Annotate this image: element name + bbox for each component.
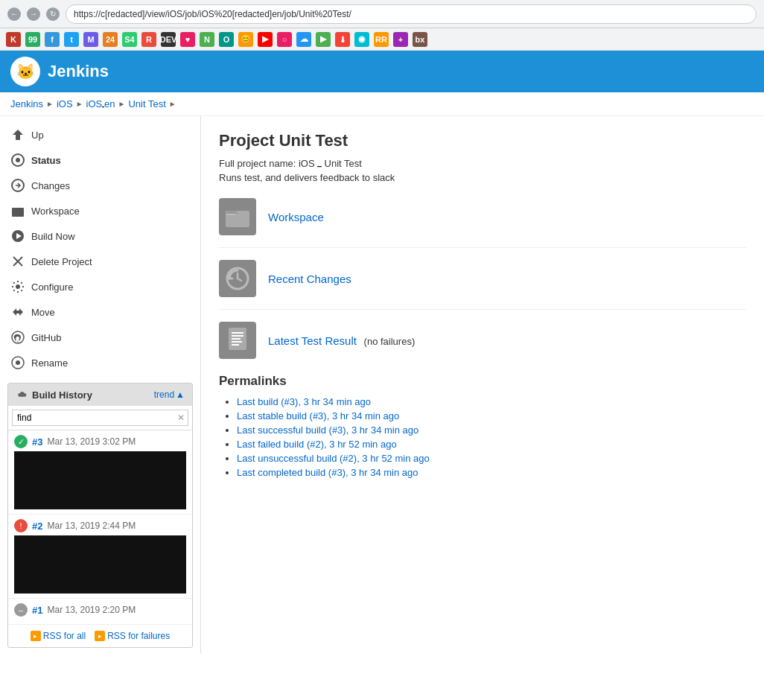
build-date-3: Mar 13, 2019 3:02 PM [47, 436, 136, 447]
full-project-name: Full project name: iOS ████████ Unit Tes… [219, 158, 746, 169]
build-item-2: ! #2 Mar 13, 2019 2:44 PM [8, 515, 192, 599]
back-button[interactable]: ← [7, 7, 21, 21]
permalink-last-stable-build[interactable]: Last stable build (#3), 3 hr 34 min ago [237, 410, 399, 421]
bookmark-bx[interactable]: bx [413, 32, 427, 47]
sidebar-label-workspace: Workspace [31, 206, 80, 217]
build-date-2: Mar 13, 2019 2:44 PM [47, 521, 136, 531]
build-item-1: – #1 Mar 13, 2019 2:20 PM [8, 599, 192, 625]
action-workspace: Workspace [219, 198, 746, 235]
move-icon [10, 305, 25, 319]
sidebar-item-up[interactable]: Up [0, 122, 200, 147]
permalink-last-unsuccessful-build[interactable]: Last unsuccessful build (#2), 3 hr 52 mi… [237, 453, 430, 464]
recent-changes-link[interactable]: Recent Changes [268, 273, 351, 285]
svg-marker-9 [13, 308, 23, 316]
bookmark-ph[interactable]: ♥ [180, 32, 195, 47]
status-icon [10, 153, 25, 168]
breadcrumb-sep-1: ► [46, 100, 54, 108]
build-link-1[interactable]: #1 [32, 605, 42, 616]
build-status-success: ✓ [14, 435, 28, 448]
trend-button[interactable]: trend ▲ [154, 389, 185, 400]
bookmark-pi[interactable]: ○ [277, 32, 292, 47]
sidebar-item-status[interactable]: Status [0, 147, 200, 173]
bookmark-cb[interactable]: ◉ [354, 32, 369, 47]
bookmark-r[interactable]: R [141, 32, 156, 47]
svg-rect-22 [232, 338, 241, 340]
address-bar[interactable] [66, 4, 757, 24]
sidebar-item-github[interactable]: GitHub [0, 325, 200, 350]
build-history-title: Build History [32, 389, 92, 401]
permalink-last-failed-build[interactable]: Last failed build (#2), 3 hr 52 min ago [237, 439, 397, 450]
forward-button[interactable]: → [27, 7, 40, 21]
clear-search-button[interactable]: ✕ [177, 413, 185, 423]
list-item: Last unsuccessful build (#2), 3 hr 52 mi… [237, 453, 746, 464]
bookmark-tw[interactable]: t [64, 32, 79, 47]
build-link-3[interactable]: #3 [32, 436, 42, 448]
bookmark-99[interactable]: 99 [25, 32, 40, 47]
list-item: Last stable build (#3), 3 hr 34 min ago [237, 410, 746, 421]
permalink-last-completed-build[interactable]: Last completed build (#3), 3 hr 34 min a… [237, 467, 418, 478]
permalink-last-build[interactable]: Last build (#3), 3 hr 34 min ago [237, 396, 371, 407]
jenkins-logo: 🐱 [10, 57, 40, 86]
breadcrumb-sep-3: ► [118, 100, 126, 108]
build-search-input[interactable] [12, 410, 188, 426]
bookmark-cl[interactable]: ☁ [296, 32, 311, 47]
workspace-link[interactable]: Workspace [268, 211, 324, 223]
bookmark-sm[interactable]: 😊 [238, 32, 253, 47]
full-project-name-suffix: Unit Test [325, 158, 362, 169]
sidebar-item-build-now[interactable]: Build Now [0, 223, 200, 249]
bookmark-o[interactable]: O [219, 32, 234, 47]
rss-failures-icon: ▸ [95, 631, 105, 641]
build-thumb-3 [14, 451, 186, 509]
permalink-last-successful-build[interactable]: Last successful build (#3), 3 hr 34 min … [237, 424, 418, 436]
permalinks-title: Permalinks [219, 374, 746, 389]
bookmark-k[interactable]: K [6, 32, 21, 47]
bookmark-s4[interactable]: S4 [122, 32, 137, 47]
project-info: Full project name: iOS ████████ Unit Tes… [219, 158, 746, 183]
refresh-button[interactable]: ↻ [46, 7, 60, 21]
sidebar-item-configure[interactable]: Configure [0, 274, 200, 299]
rss-failures-link[interactable]: ▸ RSS for failures [95, 631, 170, 641]
bookmark-24[interactable]: 24 [103, 32, 118, 47]
bookmark-dev[interactable]: DEV [161, 32, 176, 47]
breadcrumb-unit-test[interactable]: Unit Test [128, 98, 165, 109]
sidebar-label-configure: Configure [31, 281, 73, 293]
sidebar-label-build-now: Build Now [31, 231, 75, 242]
rss-all-link[interactable]: ▸ RSS for all [31, 631, 86, 641]
jenkins-title: Jenkins [48, 62, 109, 81]
rss-failures-label: RSS for failures [107, 631, 170, 641]
svg-rect-20 [232, 332, 243, 334]
svg-line-18 [238, 279, 241, 281]
build-search-container: ✕ [8, 406, 192, 430]
breadcrumb-ios[interactable]: iOS [57, 98, 73, 109]
sidebar-item-delete-project[interactable]: Delete Project [0, 249, 200, 274]
rss-all-icon: ▸ [31, 631, 41, 641]
sidebar-item-move[interactable]: Move [0, 299, 200, 325]
bookmark-fb[interactable]: f [45, 32, 60, 47]
test-result-link[interactable]: Latest Test Result [268, 334, 357, 347]
build-status-grey: – [14, 603, 28, 617]
sidebar-item-workspace[interactable]: Workspace [0, 198, 200, 223]
bookmark-plus[interactable]: + [393, 32, 408, 47]
sidebar-item-changes[interactable]: Changes [0, 173, 200, 198]
breadcrumb-ios-folder[interactable]: iOS████en [86, 98, 115, 109]
list-item: Last successful build (#3), 3 hr 34 min … [237, 424, 746, 436]
svg-rect-23 [232, 341, 242, 343]
main-layout: Up Status Changes Workspace Build Now [0, 116, 764, 654]
list-item: Last failed build (#2), 3 hr 52 min ago [237, 439, 746, 450]
build-history-header: Build History trend ▲ [8, 384, 192, 406]
sidebar-item-rename[interactable]: Rename [0, 350, 200, 375]
bookmark-yt[interactable]: ▶ [258, 32, 273, 47]
bookmark-temp[interactable]: 🌡 [335, 32, 350, 47]
breadcrumb-sep-2: ► [76, 100, 83, 108]
test-result-container: Latest Test Result (no failures) [268, 334, 415, 347]
build-link-2[interactable]: #2 [32, 521, 42, 532]
bookmark-rr[interactable]: RR [374, 32, 389, 47]
bookmark-n[interactable]: N [200, 32, 214, 47]
rss-all-label: RSS for all [43, 631, 86, 641]
bookmark-sp[interactable]: ▶ [316, 32, 331, 47]
sidebar: Up Status Changes Workspace Build Now [0, 116, 201, 654]
bookmark-m[interactable]: M [83, 32, 98, 47]
list-item: Last build (#3), 3 hr 34 min ago [237, 396, 746, 407]
breadcrumb-jenkins[interactable]: Jenkins [10, 98, 43, 109]
github-icon [10, 330, 25, 345]
